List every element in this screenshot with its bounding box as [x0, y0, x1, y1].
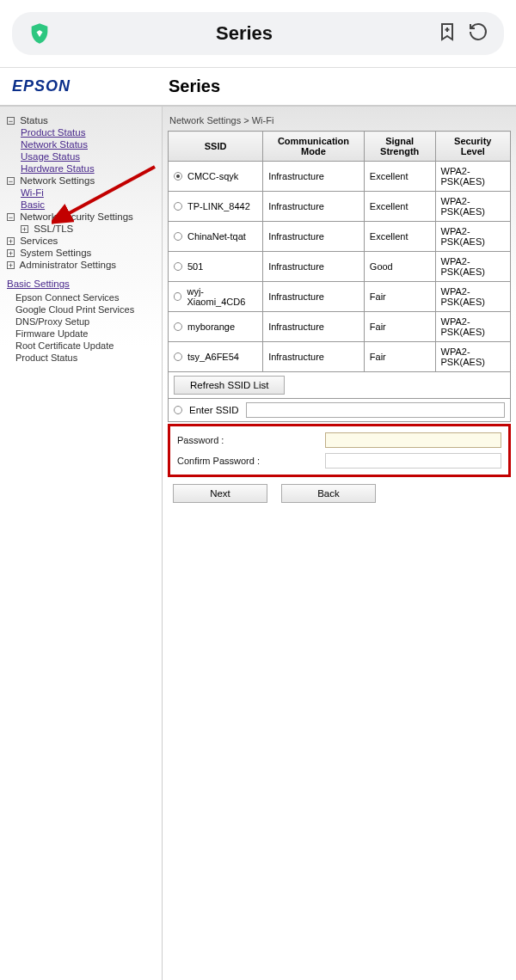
- ssid-name: wyj-Xiaomi_4CD6: [187, 286, 257, 307]
- radio-ssid[interactable]: [174, 202, 182, 211]
- th-security: Security Level: [435, 132, 510, 162]
- link-firmware-update[interactable]: Firmware Update: [15, 328, 158, 339]
- browser-title: Series: [62, 22, 427, 45]
- expand-icon[interactable]: +: [7, 261, 15, 269]
- cell-signal: Excellent: [364, 192, 435, 222]
- enter-ssid-input[interactable]: [246, 402, 505, 418]
- breadcrumb: Network Settings > Wi-Fi: [169, 115, 511, 126]
- ssid-table: SSID Communication Mode Signal Strength …: [168, 131, 511, 372]
- th-ssid: SSID: [169, 132, 263, 162]
- expand-icon[interactable]: +: [21, 225, 28, 233]
- collapse-icon[interactable]: −: [7, 177, 15, 185]
- link-product-status-2[interactable]: Product Status: [15, 352, 158, 363]
- password-input[interactable]: [325, 432, 501, 448]
- sidebar-node-system[interactable]: + System Settings: [7, 248, 158, 258]
- ssid-name: tsy_A6FE54: [187, 352, 239, 362]
- browser-bar: Series: [12, 12, 504, 55]
- password-label: Password :: [177, 435, 325, 445]
- page-title: Series: [163, 68, 516, 105]
- sidebar-node-services[interactable]: + Services: [7, 236, 158, 246]
- link-basic-settings[interactable]: Basic Settings: [7, 279, 158, 289]
- link-usage-status[interactable]: Usage Status: [21, 151, 158, 162]
- cell-mode: Infrastructure: [263, 222, 365, 252]
- cell-signal: Excellent: [364, 222, 435, 252]
- table-row[interactable]: tsy_A6FE54InfrastructureFairWPA2-PSK(AES…: [169, 342, 511, 372]
- radio-ssid[interactable]: [174, 352, 182, 361]
- ssid-name: 501: [187, 261, 203, 272]
- cell-mode: Infrastructure: [263, 282, 365, 312]
- table-row[interactable]: myborangeInfrastructureFairWPA2-PSK(AES): [169, 312, 511, 342]
- cell-mode: Infrastructure: [263, 342, 365, 372]
- refresh-ssid-button[interactable]: Refresh SSID List: [174, 376, 285, 395]
- table-row[interactable]: wyj-Xiaomi_4CD6InfrastructureFairWPA2-PS…: [169, 282, 511, 312]
- page-header: EPSON Series: [0, 68, 516, 106]
- link-epson-connect[interactable]: Epson Connect Services: [15, 292, 158, 303]
- sidebar: − Status Product Status Network Status U…: [0, 107, 163, 980]
- bookmark-add-icon[interactable]: [437, 21, 458, 46]
- back-button[interactable]: Back: [281, 484, 376, 503]
- cell-mode: Infrastructure: [263, 252, 365, 282]
- radio-ssid[interactable]: [174, 262, 182, 271]
- cell-signal: Excellent: [364, 162, 435, 192]
- cell-signal: Fair: [364, 342, 435, 372]
- collapse-icon[interactable]: −: [7, 117, 15, 125]
- table-row[interactable]: 501InfrastructureGoodWPA2-PSK(AES): [169, 252, 511, 282]
- cell-mode: Infrastructure: [263, 312, 365, 342]
- cell-signal: Fair: [364, 282, 435, 312]
- cell-signal: Fair: [364, 312, 435, 342]
- ssid-name: TP-LINK_8442: [187, 201, 250, 211]
- refresh-icon[interactable]: [468, 21, 488, 46]
- password-highlight-box: Password : Confirm Password :: [168, 424, 511, 477]
- radio-ssid[interactable]: [174, 232, 182, 241]
- radio-ssid[interactable]: [174, 322, 182, 331]
- link-basic[interactable]: Basic: [21, 199, 158, 210]
- cell-security: WPA2-PSK(AES): [435, 342, 510, 372]
- cell-security: WPA2-PSK(AES): [435, 252, 510, 282]
- enter-ssid-label: Enter SSID: [189, 405, 239, 415]
- link-hardware-status[interactable]: Hardware Status: [21, 163, 158, 174]
- content: Network Settings > Wi-Fi SSID Communicat…: [163, 107, 516, 980]
- cell-signal: Good: [364, 252, 435, 282]
- cell-security: WPA2-PSK(AES): [435, 282, 510, 312]
- sidebar-node-status[interactable]: − Status: [7, 115, 158, 126]
- cell-security: WPA2-PSK(AES): [435, 162, 510, 192]
- sidebar-node-network-security[interactable]: − Network Security Settings: [7, 211, 158, 222]
- link-dns-proxy[interactable]: DNS/Proxy Setup: [15, 316, 158, 327]
- sidebar-node-network-settings[interactable]: − Network Settings: [7, 175, 158, 186]
- table-row[interactable]: CMCC-sqykInfrastructureExcellentWPA2-PSK…: [169, 162, 511, 192]
- th-signal: Signal Strength: [364, 132, 435, 162]
- shield-icon: [28, 21, 52, 46]
- expand-icon[interactable]: +: [7, 237, 15, 245]
- sidebar-node-admin[interactable]: + Administrator Settings: [7, 260, 158, 270]
- ssid-name: myborange: [187, 322, 235, 332]
- cell-security: WPA2-PSK(AES): [435, 192, 510, 222]
- link-wifi[interactable]: Wi-Fi: [21, 187, 158, 198]
- link-root-cert-update[interactable]: Root Certificate Update: [15, 340, 158, 351]
- link-network-status[interactable]: Network Status: [21, 139, 158, 150]
- radio-ssid[interactable]: [174, 292, 181, 301]
- collapse-icon[interactable]: −: [7, 213, 15, 221]
- radio-enter-ssid[interactable]: [174, 406, 182, 414]
- brand-logo: EPSON: [0, 69, 163, 104]
- ssid-name: CMCC-sqyk: [187, 171, 238, 181]
- ssid-name: ChinaNet-tqat: [187, 231, 246, 242]
- cell-security: WPA2-PSK(AES): [435, 312, 510, 342]
- link-product-status[interactable]: Product Status: [21, 127, 158, 138]
- radio-ssid[interactable]: [174, 172, 182, 181]
- cell-mode: Infrastructure: [263, 192, 365, 222]
- next-button[interactable]: Next: [173, 484, 267, 503]
- link-google-cloud-print[interactable]: Google Cloud Print Services: [15, 304, 158, 315]
- table-row[interactable]: ChinaNet-tqatInfrastructureExcellentWPA2…: [169, 222, 511, 252]
- th-mode: Communication Mode: [263, 132, 365, 162]
- confirm-password-input[interactable]: [325, 453, 501, 469]
- confirm-password-label: Confirm Password :: [177, 456, 325, 466]
- table-row[interactable]: TP-LINK_8442InfrastructureExcellentWPA2-…: [169, 192, 511, 222]
- cell-mode: Infrastructure: [263, 162, 365, 192]
- expand-icon[interactable]: +: [7, 249, 15, 257]
- cell-security: WPA2-PSK(AES): [435, 222, 510, 252]
